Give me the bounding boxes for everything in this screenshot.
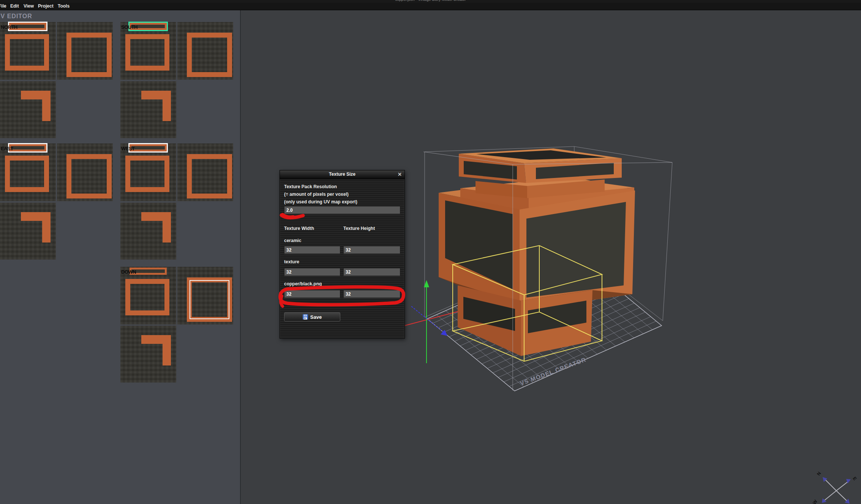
floppy-disk-icon [303, 314, 308, 320]
uv-tile-east-corner[interactable] [0, 203, 56, 260]
uv-element-down-corner-desc[interactable] [163, 343, 171, 365]
uv-element-west-ring[interactable] [125, 156, 169, 192]
menu-item-file[interactable]: File [0, 3, 6, 9]
uv-face-label-west: WEST [121, 146, 135, 151]
uv-editor-panel: UV EDITOR NORTH SOUTH EAST [0, 10, 241, 504]
texture-width-input[interactable] [284, 268, 340, 276]
dialog-title: Texture Size [280, 172, 404, 177]
uv-element-east-corner-bar[interactable] [21, 212, 51, 221]
uv-element-south-body-ring[interactable] [187, 33, 232, 77]
uv-element-south-ring[interactable] [125, 34, 169, 71]
model-panel-right [526, 202, 626, 298]
save-button-label: Save [310, 314, 322, 320]
uv-tile-west-1[interactable] [120, 143, 176, 201]
window-title: copper.json - Vintage Story Model Creato… [0, 0, 861, 2]
menu-bar: File Edit View Project Tools [0, 3, 861, 10]
uv-face-label-down: DOWN [121, 269, 136, 275]
copper-black-width-input[interactable] [284, 290, 340, 298]
ceramic-width-input[interactable] [284, 246, 340, 254]
uv-element-north-body-ring[interactable] [66, 33, 112, 77]
uv-tile-down-1[interactable] [120, 267, 176, 324]
uv-tile-north-corner[interactable] [0, 81, 56, 138]
uv-face-label-north: NORTH [1, 24, 17, 30]
texture-height-header: Texture Height [343, 226, 375, 231]
uv-tile-south-1[interactable] [120, 22, 176, 80]
uv-face-label-south: SOUTH [121, 24, 137, 30]
uv-element-north-corner-desc[interactable] [42, 99, 51, 121]
model-copper-crock[interactable] [439, 148, 635, 356]
texture-name-texture: texture [284, 259, 299, 265]
uv-tile-north-2[interactable] [57, 22, 113, 80]
menu-item-view[interactable]: View [24, 3, 34, 9]
uv-tile-west-corner[interactable] [120, 203, 176, 260]
resolution-input[interactable] [284, 206, 400, 214]
uv-tile-west-2[interactable] [177, 143, 233, 201]
window-titlebar: copper.json - Vintage Story Model Creato… [0, 0, 861, 3]
uv-tile-down-2[interactable] [177, 267, 233, 324]
uv-element-west-corner-desc[interactable] [163, 220, 171, 243]
uv-tile-down-corner[interactable] [120, 326, 176, 383]
uv-element-north-corner-bar[interactable] [21, 91, 51, 99]
uv-element-west-rim[interactable] [130, 144, 167, 151]
uv-element-west-body-ring[interactable] [187, 154, 232, 198]
save-button[interactable]: Save [284, 312, 340, 321]
uv-element-down-corner-bar[interactable] [141, 335, 171, 344]
compass-label-w: W [812, 499, 818, 504]
texture-name-ceramic: ceramic [284, 238, 301, 243]
menu-item-tools[interactable]: Tools [58, 3, 70, 9]
uv-element-east-rim[interactable] [9, 144, 46, 151]
uv-face-label-east: EAST [1, 146, 13, 151]
uv-element-down-ring[interactable] [125, 279, 169, 315]
texture-size-dialog: Texture Size ✕ Texture Pack Resolution (… [280, 170, 405, 339]
compass-label-e: E [852, 476, 858, 482]
menu-item-edit[interactable]: Edit [10, 3, 19, 9]
uv-element-down-body-ring-selected[interactable] [187, 277, 232, 322]
uv-element-west-corner-bar[interactable] [141, 212, 171, 221]
resolution-note-2: (only used during UV map export) [284, 199, 357, 205]
uv-tile-east-1[interactable] [0, 143, 56, 201]
uv-tile-east-2[interactable] [57, 143, 113, 201]
resolution-note-1: (= amount of pixels per voxel) [284, 192, 349, 197]
uv-element-south-corner-desc[interactable] [163, 99, 171, 121]
compass: N E W [812, 471, 858, 504]
texture-height-input[interactable] [343, 268, 400, 276]
close-icon[interactable]: ✕ [398, 172, 402, 177]
uv-element-east-body-ring[interactable] [66, 154, 112, 198]
uv-element-south-corner-bar[interactable] [141, 91, 171, 99]
uv-tile-south-corner[interactable] [120, 81, 176, 138]
ceramic-height-input[interactable] [343, 246, 400, 254]
uv-tile-north-1[interactable] [0, 22, 56, 80]
dialog-titlebar[interactable]: Texture Size ✕ [280, 170, 404, 179]
uv-element-east-ring[interactable] [5, 156, 49, 192]
compass-label-n: N [816, 471, 822, 477]
copper-black-height-input[interactable] [343, 290, 400, 298]
resolution-label: Texture Pack Resolution [284, 184, 337, 189]
axis-gizmo [400, 280, 467, 363]
texture-name-copper-black: copper/black.png [284, 281, 322, 287]
uv-element-east-corner-desc[interactable] [42, 220, 51, 243]
uv-tile-south-2[interactable] [177, 22, 233, 80]
uv-element-north-ring[interactable] [5, 34, 49, 71]
axis-x-red [400, 310, 463, 327]
menu-item-project[interactable]: Project [38, 3, 54, 9]
uv-editor-header: UV EDITOR [0, 13, 32, 20]
texture-width-header: Texture Width [284, 226, 314, 231]
watermark-text: VS MODEL CREATOR [519, 356, 587, 386]
